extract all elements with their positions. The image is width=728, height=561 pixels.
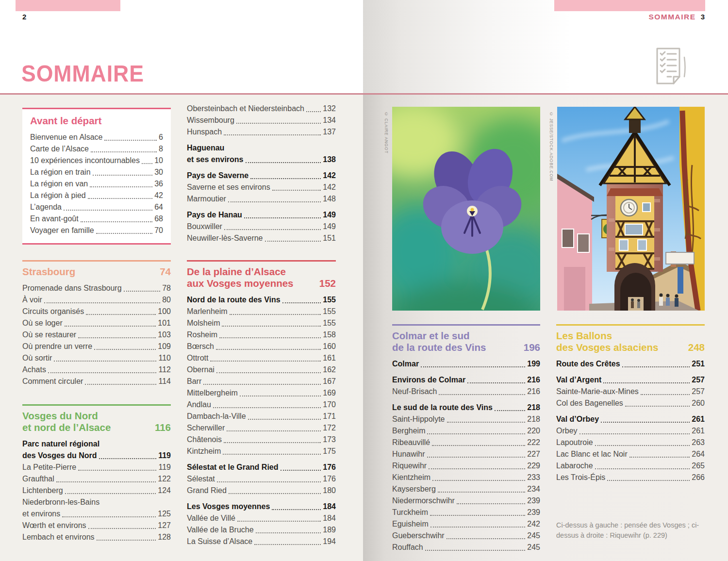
toc-entry: Châtenois173 [187, 434, 336, 446]
toc-entry: Sainte-Marie-aux-Mines257 [556, 386, 705, 397]
dot-leader [90, 186, 152, 187]
toc-entry-page-number: 169 [323, 387, 336, 399]
toc-entry-page-number: 227 [527, 448, 540, 460]
toc-entry: Achats112 [22, 364, 171, 376]
book-spread: 2 SOMMAIRE 3 SOMMAIRE [0, 0, 728, 561]
toc-entry-label: Neuwiller-lès-Saverne [187, 232, 263, 244]
toc-entry-page-number: 233 [527, 472, 540, 483]
toc-entry: Saint-Hippolyte218 [392, 413, 540, 425]
dot-leader [447, 538, 526, 539]
dot-leader [625, 406, 690, 407]
dot-leader [429, 468, 525, 469]
dot-leader [265, 241, 321, 242]
toc-entry-page-number: 8 [159, 143, 163, 155]
dot-leader [48, 372, 157, 373]
toc-entry: Graufthal122 [22, 473, 171, 485]
toc-entry: La Petite-Pierre119 [22, 462, 171, 473]
section-ballons-vosges: Les Ballonsdes Vosges alsaciens248Route … [556, 324, 705, 483]
toc-entry-label: La région en van [30, 178, 88, 190]
toc-entry: Obersteinbach et Niedersteinbach132 [187, 103, 336, 115]
toc-entry-label: Kintzheim [187, 446, 221, 457]
toc-entry: La région en van36 [30, 178, 163, 190]
toc-entry-label: Voyager en famille [30, 225, 94, 236]
dot-leader [601, 422, 690, 423]
toc-entry-page-number: 245 [527, 530, 540, 542]
dot-leader [94, 349, 156, 350]
toc-entry: Route des Crêtes251 [556, 358, 705, 370]
toc-entry-label: Achats [22, 364, 46, 376]
toc-entry-label: Lac Blanc et lac Noir [556, 448, 628, 460]
toc-entry-page-number: 155 [323, 294, 336, 306]
toc-entry-page-number: 167 [323, 376, 336, 387]
toc-entry-page-number: 101 [158, 317, 171, 329]
section-vosges-du-nord-continuation: Obersteinbach et Niedersteinbach132Wisse… [187, 103, 336, 244]
toc-entry: Lichtenberg124 [22, 485, 171, 496]
toc-entry-label: Col des Bagenelles [556, 397, 623, 409]
toc-entry: En avant-goût68 [30, 213, 163, 225]
toc-entry-page-number: 216 [527, 386, 540, 397]
toc-entry-page-number: 68 [154, 213, 163, 225]
toc-entry-label: Où prendre un verre [22, 341, 92, 352]
dot-leader [217, 481, 321, 482]
dot-leader [246, 162, 321, 163]
toc-entry-label: Où se restaurer [22, 329, 76, 341]
toc-entry: Wissembourg134 [187, 115, 336, 126]
toc-entry: La région en train30 [30, 166, 163, 178]
section-page-number: 196 [524, 342, 540, 353]
toc-entry: Rosheim158 [187, 329, 336, 341]
toc-entry: Ribeauvillé222 [392, 437, 540, 448]
toc-entry: Bœrsch160 [187, 341, 336, 352]
photo-credit: © CLAIRE ANGOT [384, 112, 389, 153]
dot-leader [495, 410, 525, 411]
right-page-number: 3 [701, 13, 705, 21]
section-title: De la plaine d’Alsaceaux Vosges moyennes… [187, 266, 336, 289]
toc-entry: Pays de Saverne142 [187, 170, 336, 182]
toc-entry: Environs de Colmar216 [392, 374, 540, 386]
dot-leader [244, 217, 321, 218]
dot-leader [240, 396, 321, 396]
toc-entry-label: Sélestat [187, 473, 215, 485]
dot-leader [467, 382, 525, 383]
dot-leader [224, 229, 321, 230]
toc-entry-label: Molsheim [187, 317, 220, 329]
toc-entry-label: Wissembourg [187, 115, 234, 126]
toc-entry-page-number: 149 [323, 209, 336, 221]
dot-leader [78, 337, 156, 338]
toc-entry: 10 expériences incontournables10 [30, 155, 163, 166]
toc-entry-page-number: 194 [323, 536, 336, 547]
section-title: Vosges du Nordet nord de l’Alsace116 [22, 410, 171, 433]
dot-leader [427, 433, 525, 434]
toc-entry: La Suisse d’Alsace194 [187, 536, 336, 547]
toc-entry-label: Graufthal [22, 473, 54, 485]
toc-entry: Ottrott161 [187, 352, 336, 364]
toc-entry: Circuits organisés100 [22, 306, 171, 317]
toc-entry-label: La Suisse d’Alsace [187, 536, 252, 547]
toc-entry-label: Dambach-la-Ville [187, 411, 246, 422]
dot-leader [54, 361, 156, 362]
toc-entry: Lembach et environs128 [22, 531, 171, 543]
dot-leader [224, 442, 321, 443]
toc-entry-page-number: 176 [323, 462, 336, 473]
toc-entry-label: À voir [22, 294, 42, 306]
toc-entry-page-number: 142 [323, 170, 336, 182]
dot-leader [229, 493, 321, 494]
toc-entry: Promenade dans Strasbourg78 [22, 282, 171, 294]
toc-entry: Orbey261 [556, 425, 705, 437]
toc-entry-page-number: 138 [323, 154, 336, 165]
dot-leader [224, 134, 321, 135]
dot-leader [595, 445, 690, 446]
toc-entry-label: Comment circuler [22, 376, 83, 387]
toc-entry-label: Bergheim [392, 425, 425, 437]
toc-entry-page-number: 220 [527, 425, 540, 437]
toc-entry-label: Neuf-Brisach [392, 386, 437, 397]
section-plaine-alsace: De la plaine d’Alsaceaux Vosges moyennes… [187, 260, 336, 547]
toc-entry-label: Bienvenue en Alsace [30, 132, 102, 143]
toc-entry-page-number: 189 [323, 524, 336, 536]
dot-leader [216, 372, 321, 373]
toc-entry-label: Bœrsch [187, 341, 214, 352]
toc-entry-label: Riquewihr [392, 460, 427, 472]
toc-entry-label: Rosheim [187, 329, 217, 341]
section-vosges-du-nord: Vosges du Nordet nord de l’Alsace116Parc… [22, 404, 171, 543]
toc-entry: Col des Bagenelles260 [556, 397, 705, 409]
toc-entry: Wœrth et environs127 [22, 520, 171, 531]
